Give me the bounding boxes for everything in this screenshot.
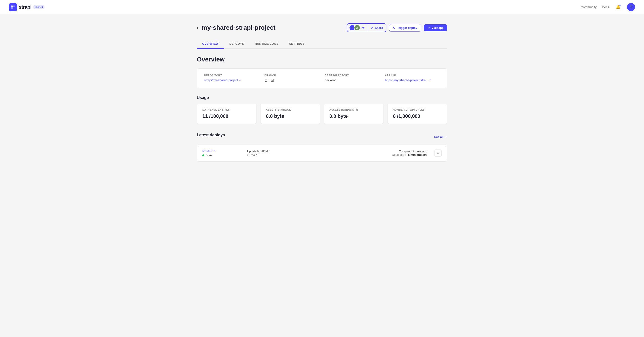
- share-group[interactable]: T A +6 ➤ Share: [347, 23, 386, 32]
- deploy-triggered-time: 3 days ago: [412, 150, 427, 153]
- deploy-duration-time: 5 min and 20s: [408, 153, 427, 156]
- deploys-header: Latest deploys See all →: [197, 133, 447, 141]
- share-button[interactable]: ➤ Share: [368, 25, 386, 31]
- repository-label: REPOSITORY: [204, 74, 259, 77]
- project-actions: T A +6 ➤ Share ↻ Trigger deploy ↗ Visit …: [347, 23, 447, 32]
- share-label: Share: [375, 26, 383, 29]
- deploy-hash-link[interactable]: 61f6c37 ↗: [202, 149, 238, 153]
- tab-deploys[interactable]: DEPLOYS: [224, 39, 250, 49]
- deploy-triggered: Triggered 3 days ago: [382, 150, 427, 153]
- app-url-link[interactable]: https://my-shared-project.stra... ↗: [385, 78, 431, 82]
- usage-title: Usage: [197, 95, 447, 100]
- overview-heading: Overview: [197, 56, 447, 63]
- usage-card-storage: ASSETS STORAGE 0.0 byte: [260, 104, 320, 124]
- branch-label: BRANCH: [264, 74, 320, 77]
- base-directory-label: BASE DIRECTORY: [325, 74, 380, 77]
- deploy-hash-external-icon: ↗: [214, 149, 216, 152]
- app-url-external-icon: ↗: [429, 79, 431, 82]
- deploy-message-text: Update README: [247, 149, 374, 153]
- strapi-logo-icon: [9, 3, 17, 11]
- trigger-deploy-button[interactable]: ↻ Trigger deploy: [389, 24, 421, 31]
- assets-storage-value: 0.0 byte: [266, 113, 314, 119]
- project-title-row: ‹ my-shared-strapi-project: [197, 24, 276, 31]
- share-icon: ➤: [371, 26, 374, 29]
- assets-bandwidth-value: 0.0 byte: [330, 113, 378, 119]
- status-dot-done: [202, 154, 204, 156]
- header-left: strapi CLOUD: [9, 3, 44, 11]
- deploy-hash-col: 61f6c37 ↗ Done: [202, 149, 238, 157]
- app-url-value: https://my-shared-project.stra... ↗: [385, 78, 440, 82]
- repository-info: REPOSITORY strapi/my-shared-project ↗: [204, 74, 259, 83]
- deploy-message-col: Update README ⊙ main: [247, 149, 374, 157]
- visit-app-button[interactable]: ↗ Visit app: [424, 24, 447, 31]
- deploy-row: 61f6c37 ↗ Done Update README ⊙ main Trig…: [197, 145, 447, 162]
- back-icon: ‹: [197, 25, 198, 30]
- deploy-branch-name: main: [251, 153, 257, 157]
- trigger-label: Trigger deploy: [397, 26, 417, 29]
- github-branch-icon: ⊙: [247, 153, 250, 157]
- cloud-badge: CLOUD: [33, 5, 44, 9]
- deploy-branch: ⊙ main: [247, 153, 374, 157]
- deploy-meta: Triggered 3 days ago Deployed in 5 min a…: [382, 150, 427, 156]
- latest-deploys-title: Latest deploys: [197, 133, 225, 137]
- user-avatar[interactable]: T: [627, 3, 635, 11]
- branch-value: ⊙ main: [264, 78, 320, 83]
- usage-card-api-calls: NUMBER OF API CALLS 0 /1,000,000: [387, 104, 447, 124]
- api-calls-value: 0 /1,000,000: [393, 113, 442, 119]
- github-icon: ⊙: [264, 78, 268, 83]
- deploy-status: Done: [202, 154, 238, 157]
- visit-label: Visit app: [432, 26, 444, 29]
- strapi-logo: strapi CLOUD: [9, 3, 44, 11]
- trigger-icon: ↻: [393, 26, 395, 29]
- branch-info: BRANCH ⊙ main: [264, 74, 320, 83]
- usage-grid: DATABASE ENTRIES 11 /100,000 ASSETS STOR…: [197, 104, 447, 124]
- visit-icon: ↗: [427, 26, 430, 29]
- eye-icon: 👁: [436, 151, 440, 155]
- notification-dot: [619, 4, 621, 6]
- external-link-icon: ↗: [239, 79, 241, 82]
- deploy-status-text: Done: [206, 154, 212, 157]
- base-directory-info: BASE DIRECTORY backend: [325, 74, 380, 83]
- notifications-button[interactable]: 🔔: [614, 3, 622, 11]
- info-card: REPOSITORY strapi/my-shared-project ↗ BR…: [197, 68, 447, 88]
- repository-link[interactable]: strapi/my-shared-project ↗: [204, 78, 241, 82]
- api-calls-label: NUMBER OF API CALLS: [393, 108, 442, 111]
- app-url-label: APP URL: [385, 74, 440, 77]
- usage-card-bandwidth: ASSETS BANDWIDTH 0.0 byte: [324, 104, 384, 124]
- main-content: ‹ my-shared-strapi-project T A +6 ➤ Shar…: [188, 14, 456, 171]
- database-entries-value: 11 /100,000: [202, 113, 251, 119]
- assets-bandwidth-label: ASSETS BANDWIDTH: [330, 108, 378, 111]
- see-all-link[interactable]: See all →: [434, 135, 447, 139]
- community-link[interactable]: Community: [581, 5, 596, 9]
- avatar-group: T A +6: [347, 24, 368, 32]
- base-directory-value: backend: [325, 78, 380, 82]
- deploy-right-col: Triggered 3 days ago Deployed in 5 min a…: [382, 149, 442, 157]
- avatar-count: +6: [360, 25, 366, 30]
- project-title: my-shared-strapi-project: [202, 24, 276, 31]
- header-right: Community Docs 🔔 T: [581, 3, 635, 11]
- logo-text: strapi: [19, 4, 32, 10]
- assets-storage-label: ASSETS STORAGE: [266, 108, 314, 111]
- avatar-2: A: [354, 24, 360, 31]
- usage-card-database: DATABASE ENTRIES 11 /100,000: [197, 104, 257, 124]
- back-button[interactable]: ‹: [197, 25, 198, 30]
- tab-runtime-logs[interactable]: RUNTIME LOGS: [249, 39, 284, 49]
- tab-overview[interactable]: OVERVIEW: [197, 39, 224, 49]
- database-entries-label: DATABASE ENTRIES: [202, 108, 251, 111]
- header: strapi CLOUD Community Docs 🔔 T: [0, 0, 644, 14]
- app-url-info: APP URL https://my-shared-project.stra..…: [385, 74, 440, 83]
- tab-settings[interactable]: SETTINGS: [284, 39, 310, 49]
- see-all-arrow-icon: →: [444, 135, 447, 139]
- tabs: OVERVIEW DEPLOYS RUNTIME LOGS SETTINGS: [197, 39, 447, 49]
- project-header: ‹ my-shared-strapi-project T A +6 ➤ Shar…: [197, 23, 447, 32]
- deploy-duration: Deployed in 5 min and 20s: [382, 153, 427, 156]
- view-deploy-button[interactable]: 👁: [434, 149, 442, 157]
- repository-value: strapi/my-shared-project ↗: [204, 78, 259, 82]
- docs-link[interactable]: Docs: [602, 5, 609, 9]
